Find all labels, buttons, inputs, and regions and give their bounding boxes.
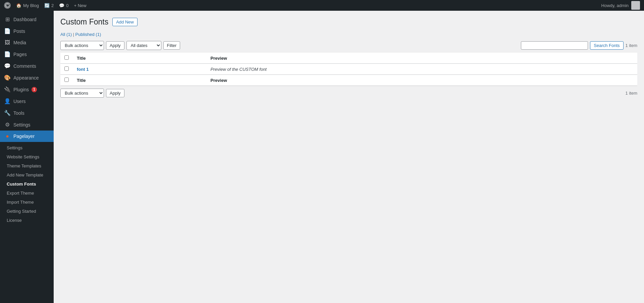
search-fonts-button[interactable]: Search Fonts — [590, 41, 623, 50]
date-filter-select[interactable]: All dates — [126, 41, 161, 50]
updates-icon: 🔄 — [44, 3, 50, 8]
fonts-table: Title Preview font 1 Preview of — [60, 53, 637, 86]
pagelayer-submenu: Settings Website Settings Theme Template… — [0, 142, 54, 226]
sidebar-item-plugins[interactable]: 🔌 Plugins 1 — [0, 84, 54, 95]
media-icon: 🖼 — [4, 40, 11, 46]
filter-button[interactable]: Filter — [163, 41, 180, 50]
font-preview-text: Preview of the CUSTOM font — [211, 67, 267, 72]
row-checkbox-cell — [60, 64, 73, 75]
filter-all-link[interactable]: All (1) — [60, 32, 73, 37]
apply-button-bottom[interactable]: Apply — [106, 89, 124, 97]
sidebar-item-pages[interactable]: 📄 Pages — [0, 48, 54, 60]
plugins-badge: 1 — [32, 87, 37, 92]
submenu-item-website-settings[interactable]: Website Settings — [0, 152, 54, 161]
new-item[interactable]: + New — [74, 3, 86, 8]
top-toolbar-left: Bulk actions Delete Apply All dates Filt… — [60, 41, 180, 50]
font-title-link[interactable]: font 1 — [77, 67, 89, 72]
submenu-item-add-new-template[interactable]: Add New Template — [0, 170, 54, 180]
filter-published-link[interactable]: Published (1) — [75, 32, 101, 37]
submenu-item-import-theme[interactable]: Import Theme — [0, 198, 54, 207]
submenu-item-license[interactable]: License — [0, 216, 54, 225]
bottom-toolbar-right: 1 item — [626, 91, 637, 96]
sidebar-item-posts[interactable]: 📄 Posts — [0, 25, 54, 37]
row-preview-cell: Preview of the CUSTOM font — [207, 64, 637, 75]
tools-icon: 🔧 — [4, 110, 11, 116]
sidebar-item-media[interactable]: 🖼 Media — [0, 37, 54, 48]
dashboard-icon: ⊞ — [4, 16, 11, 22]
bottom-toolbar: Bulk actions Delete Apply 1 item — [60, 89, 637, 98]
layout: ⊞ Dashboard 📄 Posts 🖼 Media 📄 Pages 💬 Co… — [0, 11, 644, 303]
sidebar-item-comments[interactable]: 💬 Comments — [0, 60, 54, 72]
admin-bar: 🏠 My Blog 🔄 2 💬 0 + New Howdy, admin — [0, 0, 644, 11]
items-count-bottom: 1 item — [626, 91, 637, 96]
settings-icon: ⚙ — [4, 121, 11, 128]
users-icon: 👤 — [4, 98, 11, 104]
col-footer-preview: Preview — [207, 75, 637, 86]
select-all-checkbox[interactable] — [64, 55, 69, 60]
search-input[interactable] — [521, 41, 588, 50]
wp-logo-icon[interactable] — [4, 2, 11, 9]
admin-bar-right: Howdy, admin — [601, 1, 640, 10]
comments-nav-icon: 💬 — [4, 63, 11, 69]
bulk-actions-select-top[interactable]: Bulk actions Delete — [60, 41, 104, 50]
row-title-cell: font 1 — [73, 64, 207, 75]
bottom-toolbar-left: Bulk actions Delete Apply — [60, 89, 124, 98]
updates-item[interactable]: 🔄 2 — [44, 3, 54, 8]
submenu-item-custom-fonts[interactable]: Custom Fonts — [0, 180, 54, 189]
appearance-icon: 🎨 — [4, 74, 11, 81]
sidebar-item-pagelayer[interactable]: ● Pagelayer — [0, 131, 54, 142]
apply-button-top[interactable]: Apply — [106, 41, 124, 50]
top-toolbar-right: Search Fonts 1 item — [521, 41, 637, 50]
add-new-button[interactable]: Add New — [112, 18, 138, 26]
table-row: font 1 Preview of the CUSTOM font — [60, 64, 637, 75]
pagelayer-icon: ● — [4, 133, 11, 139]
sidebar-item-tools[interactable]: 🔧 Tools — [0, 107, 54, 119]
col-footer-checkbox — [60, 75, 73, 86]
col-header-preview: Preview — [207, 53, 637, 64]
comments-icon: 💬 — [59, 3, 64, 8]
sidebar-item-users[interactable]: 👤 Users — [0, 95, 54, 107]
sidebar-item-appearance[interactable]: 🎨 Appearance — [0, 72, 54, 84]
posts-icon: 📄 — [4, 28, 11, 34]
page-title: Custom Fonts — [60, 17, 108, 27]
bulk-actions-select-bottom[interactable]: Bulk actions Delete — [60, 89, 104, 98]
top-toolbar: Bulk actions Delete Apply All dates Filt… — [60, 41, 637, 50]
pages-icon: 📄 — [4, 51, 11, 57]
avatar[interactable] — [631, 1, 640, 10]
items-count-top: 1 item — [626, 43, 637, 48]
sidebar-item-settings[interactable]: ⚙ Settings — [0, 119, 54, 131]
comments-item[interactable]: 💬 0 — [59, 3, 68, 8]
col-header-title: Title — [73, 53, 207, 64]
select-all-checkbox-footer[interactable] — [64, 78, 69, 82]
submenu-item-getting-started[interactable]: Getting Started — [0, 207, 54, 216]
plugins-icon: 🔌 — [4, 86, 11, 93]
site-name[interactable]: 🏠 My Blog — [16, 3, 39, 8]
col-footer-title: Title — [73, 75, 207, 86]
filter-links: All (1) | Published (1) — [60, 32, 637, 37]
page-header: Custom Fonts Add New — [60, 17, 637, 27]
col-header-checkbox — [60, 53, 73, 64]
sidebar: ⊞ Dashboard 📄 Posts 🖼 Media 📄 Pages 💬 Co… — [0, 11, 54, 303]
submenu-item-theme-templates[interactable]: Theme Templates — [0, 161, 54, 170]
howdy-text[interactable]: Howdy, admin — [601, 3, 629, 8]
home-icon: 🏠 — [16, 3, 21, 8]
sidebar-item-dashboard[interactable]: ⊞ Dashboard — [0, 13, 54, 25]
submenu-item-settings[interactable]: Settings — [0, 143, 54, 152]
main-content: Custom Fonts Add New All (1) | Published… — [54, 11, 644, 303]
row-checkbox[interactable] — [64, 66, 69, 71]
submenu-item-export-theme[interactable]: Export Theme — [0, 189, 54, 198]
